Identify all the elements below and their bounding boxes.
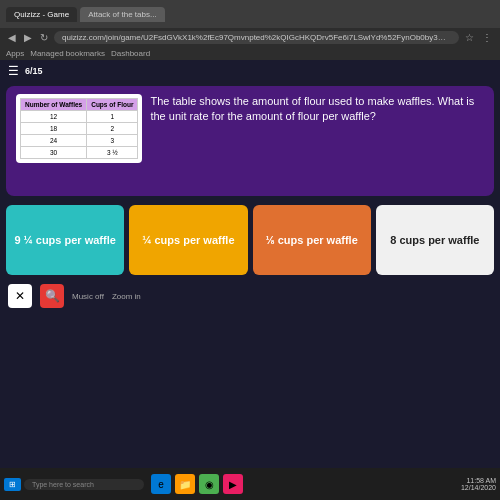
zoom-in-label: Zoom in [112, 292, 141, 301]
bookmark-apps[interactable]: Apps [6, 49, 24, 58]
data-table: Number of Waffles Cups of Flour 12118224… [16, 94, 142, 163]
taskbar-chrome-icon[interactable]: ◉ [199, 474, 219, 494]
table-row: 182 [21, 123, 138, 135]
menu-dots[interactable]: ⋮ [480, 31, 494, 44]
question-text: The table shows the amount of flour used… [150, 94, 484, 125]
table-row: 121 [21, 111, 138, 123]
clock-time: 11:58 AM [461, 477, 496, 484]
table-row: 303 ½ [21, 147, 138, 159]
taskbar-icons: e 📁 ◉ ▶ [151, 474, 243, 494]
taskbar-search[interactable]: Type here to search [24, 479, 144, 490]
answer-a[interactable]: 9 ¼ cups per waffle [6, 205, 124, 275]
bottom-bar: ✕ 🔍 Music off Zoom in [0, 280, 500, 312]
table-cell: 30 [21, 147, 87, 159]
refresh-button[interactable]: ↻ [38, 31, 50, 44]
clock-date: 12/14/2020 [461, 484, 496, 491]
active-tab[interactable]: Quizizz - Game [6, 7, 77, 22]
address-bar-row: ◀ ▶ ↻ quizizz.com/join/game/U2FsdGVkX1k%… [0, 28, 500, 47]
music-off-label: Music off [72, 292, 104, 301]
back-button[interactable]: ◀ [6, 31, 18, 44]
answers-grid: 9 ¼ cups per waffle ¼ cups per waffle ⅛ … [6, 205, 494, 275]
quiz-header: ☰ 6/15 [0, 60, 500, 82]
zoom-icon: 🔍 [45, 289, 60, 303]
table-cell: 3 ½ [87, 147, 138, 159]
table-cell: 3 [87, 135, 138, 147]
answer-d[interactable]: 8 cups per waffle [376, 205, 494, 275]
bookmark-dashboard[interactable]: Dashboard [111, 49, 150, 58]
question-counter: 6/15 [25, 66, 43, 76]
forward-button[interactable]: ▶ [22, 31, 34, 44]
taskbar: ⊞ Type here to search e 📁 ◉ ▶ 11:58 AM 1… [0, 468, 500, 500]
bookmark-star[interactable]: ☆ [463, 31, 476, 44]
table-cell: 18 [21, 123, 87, 135]
time-display: 11:58 AM 12/14/2020 [461, 477, 496, 491]
taskbar-edge-icon[interactable]: e [151, 474, 171, 494]
quiz-header-left: ☰ 6/15 [8, 64, 43, 78]
table-cell: 12 [21, 111, 87, 123]
music-off-icon: ✕ [15, 289, 25, 303]
browser-tabs: Quizizz - Game Attack of the tabs... [6, 7, 165, 22]
browser-chrome: Quizizz - Game Attack of the tabs... [0, 0, 500, 28]
table-cell: 24 [21, 135, 87, 147]
start-button[interactable]: ⊞ [4, 478, 21, 491]
question-area: Number of Waffles Cups of Flour 12118224… [6, 86, 494, 196]
answer-c[interactable]: ⅛ cups per waffle [253, 205, 371, 275]
bookmark-managed[interactable]: Managed bookmarks [30, 49, 105, 58]
hamburger-icon[interactable]: ☰ [8, 64, 19, 78]
address-bar[interactable]: quizizz.com/join/game/U2FsdGVkX1k%2fEc97… [54, 31, 459, 44]
table-row: 243 [21, 135, 138, 147]
taskbar-app2-icon[interactable]: ▶ [223, 474, 243, 494]
music-off-button[interactable]: ✕ [8, 284, 32, 308]
quiz-app: ☰ 6/15 Number of Waffles Cups of Flour 1… [0, 60, 500, 468]
bookmarks-bar: Apps Managed bookmarks Dashboard [0, 47, 500, 60]
inactive-tab[interactable]: Attack of the tabs... [80, 7, 164, 22]
col-header-flour: Cups of Flour [87, 99, 138, 111]
table-cell: 2 [87, 123, 138, 135]
taskbar-file-icon[interactable]: 📁 [175, 474, 195, 494]
zoom-button[interactable]: 🔍 [40, 284, 64, 308]
table-cell: 1 [87, 111, 138, 123]
taskbar-right: 11:58 AM 12/14/2020 [461, 477, 496, 491]
answer-b[interactable]: ¼ cups per waffle [129, 205, 247, 275]
col-header-waffles: Number of Waffles [21, 99, 87, 111]
